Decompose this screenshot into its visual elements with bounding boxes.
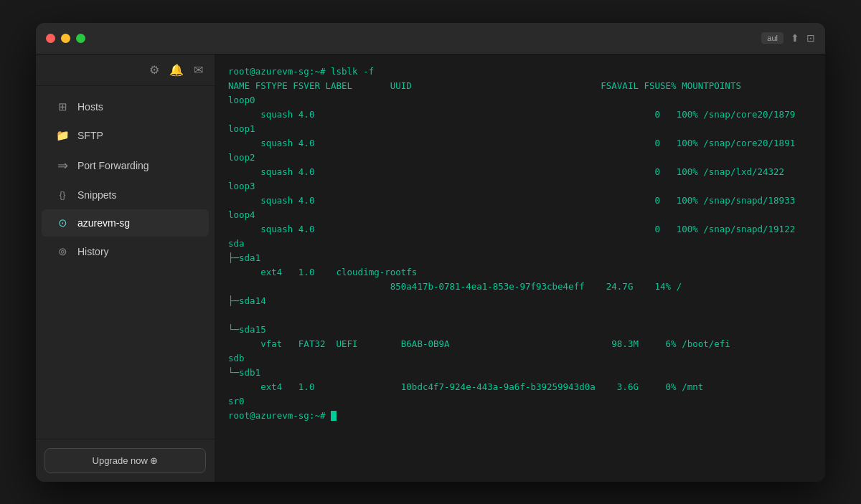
- terminal-cursor: [331, 411, 337, 421]
- sidebar-item-history-label: History: [77, 246, 109, 257]
- share-icon[interactable]: ⬆: [791, 32, 799, 44]
- sftp-icon: 📁: [56, 129, 69, 142]
- sidebar-item-snippets[interactable]: {} Snippets: [42, 182, 209, 208]
- titlebar-badge: aul: [761, 32, 784, 44]
- sidebar-bottom: Upgrade now ⊕: [36, 439, 215, 482]
- settings-icon[interactable]: ⚙: [149, 63, 159, 77]
- sidebar: ⚙ 🔔 ✉ ⊞ Hosts 📁 SFTP ⇒ Port Forwarding: [36, 54, 215, 482]
- sidebar-item-sftp[interactable]: 📁 SFTP: [42, 122, 209, 149]
- sidebar-item-hosts[interactable]: ⊞ Hosts: [42, 93, 209, 120]
- traffic-lights: [46, 34, 85, 43]
- main-content: ⚙ 🔔 ✉ ⊞ Hosts 📁 SFTP ⇒ Port Forwarding: [36, 54, 825, 482]
- bell-icon[interactable]: 🔔: [169, 63, 184, 77]
- titlebar: aul ⬆ ⊡: [36, 23, 825, 54]
- app-window: aul ⬆ ⊡ ⚙ 🔔 ✉ ⊞ Hosts 📁 SFTP: [36, 23, 825, 482]
- terminal[interactable]: root@azurevm-sg:~# lsblk -f NAME FSTYPE …: [215, 54, 825, 482]
- maximize-button[interactable]: [76, 34, 85, 43]
- snippets-icon: {}: [56, 189, 69, 200]
- history-icon: ⊚: [56, 245, 69, 258]
- minimize-button[interactable]: [61, 34, 70, 43]
- sidebar-top: ⚙ 🔔 ✉: [36, 54, 215, 86]
- sidebar-item-port-forwarding-label: Port Forwarding: [77, 160, 149, 171]
- port-forwarding-icon: ⇒: [56, 158, 69, 173]
- sidebar-item-port-forwarding[interactable]: ⇒ Port Forwarding: [42, 151, 209, 181]
- sidebar-item-azurevm-label: azurevm-sg: [77, 217, 130, 229]
- sidebar-item-history[interactable]: ⊚ History: [42, 238, 209, 265]
- hosts-icon: ⊞: [56, 100, 69, 113]
- sidebar-nav: ⊞ Hosts 📁 SFTP ⇒ Port Forwarding {} Snip…: [36, 86, 215, 439]
- titlebar-right: aul ⬆ ⊡: [761, 32, 815, 44]
- sidebar-item-hosts-label: Hosts: [77, 101, 103, 113]
- close-button[interactable]: [46, 34, 55, 43]
- sidebar-item-sftp-label: SFTP: [77, 130, 103, 141]
- upgrade-button[interactable]: Upgrade now ⊕: [44, 448, 206, 473]
- terminal-output: root@azurevm-sg:~# lsblk -f NAME FSTYPE …: [228, 65, 812, 423]
- azurevm-icon: ⊙: [56, 217, 69, 229]
- sidebar-item-snippets-label: Snippets: [77, 189, 116, 201]
- expand-icon[interactable]: ⊡: [806, 32, 815, 44]
- inbox-icon[interactable]: ✉: [194, 63, 203, 77]
- sidebar-item-azurevm-sg[interactable]: ⊙ azurevm-sg: [42, 209, 209, 237]
